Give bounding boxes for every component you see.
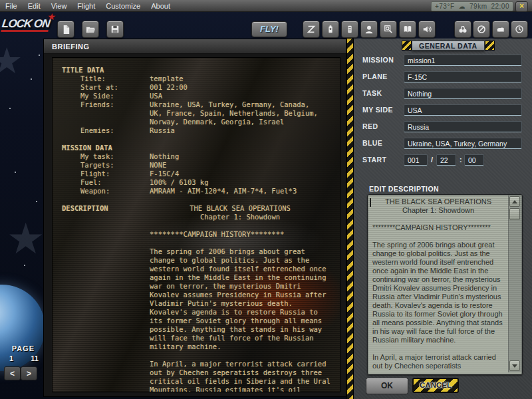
logo-star-icon: ★ [47,11,57,22]
search-button[interactable] [454,21,471,38]
start-day-value: 001 [404,155,427,164]
brief-label: Start at: [62,83,150,92]
plane-label: PLANE [362,72,388,80]
brief-label: Title: [62,74,150,83]
general-data-header: GENERAL DATA [402,41,495,51]
mission-editor-window: ★ ★ File Edit View Flight Customize Abou… [0,0,532,399]
star-dot [39,55,40,56]
prev-page-button[interactable]: < [4,366,21,380]
magnifier-icon [384,25,393,34]
chevron-down-icon [512,364,517,368]
description-body: THE BLACK SEA OPERATIONS Chapter 1: Show… [150,204,331,392]
hazard-chip-icon [485,41,495,51]
pilot-button[interactable] [360,21,378,38]
brief-label: Enemies: [62,126,150,135]
speaker-icon [422,25,432,34]
visibility-value: 79km [469,3,487,10]
task-field[interactable]: Nothing [404,88,522,99]
brief-label: Flight: [62,170,150,178]
page-label: PAGE [4,344,43,352]
book-icon [403,25,412,34]
red-field[interactable]: Russia [404,121,522,132]
fly-button[interactable]: FLY! [251,21,287,37]
next-page-button[interactable]: > [21,366,37,380]
scroll-down-button[interactable] [509,360,520,371]
mission-field[interactable]: mission1 [404,55,522,66]
cancel-button[interactable]: CANCEL [412,378,459,393]
brief-value: USA [150,92,331,100]
plane-value: F-15C [404,72,521,81]
start-minute-value: 00 [465,155,483,164]
scroll-up-button[interactable] [509,196,520,207]
start-day-field[interactable]: 001 [404,154,428,166]
page-total: 11 [31,354,39,362]
time-button[interactable] [511,21,528,38]
cloud-icon [496,25,505,34]
menu-edit[interactable]: Edit [28,2,41,10]
weather-button[interactable] [492,21,509,38]
cloud-glyph-icon: ☁ [459,3,466,10]
description-scrollbar[interactable] [508,196,521,372]
clock-icon [515,25,524,34]
general-data-title: GENERAL DATA [412,41,485,51]
brief-value: template [150,74,331,83]
lockon-logo: LOCK ON ★ [1,17,51,31]
text-cursor [370,198,371,207]
hazard-chip-icon [402,41,412,51]
plane-field[interactable]: F-15C [404,71,522,82]
campaign-title: THE BLACK SEA OPERATIONS [150,204,331,213]
open-mission-button[interactable] [82,21,99,38]
brief-label: My task: [62,152,150,161]
brief-value: Ukraine, USA, Turkey, Germany, Canada, U… [150,100,331,126]
pilot-head-icon [364,25,374,34]
start-label: START [362,156,386,164]
menu-about[interactable]: About [151,2,170,10]
status-readout: +73°F ☁ 79km 22:00 [431,1,513,11]
menu-file[interactable]: File [5,2,17,10]
mission-value: mission1 [404,55,521,65]
red-value: Russia [404,122,521,131]
restrictions-button[interactable] [473,21,490,38]
ok-button[interactable]: OK [366,378,408,394]
description-heading: DESCRIPTION [62,204,150,392]
blue-field[interactable]: Ukraine, USA, Turkey, Germany [404,138,522,149]
save-icon [110,25,120,34]
campaign-paragraph: The spring of 2006 brings about great ch… [150,247,331,351]
menu-view[interactable]: View [51,2,67,10]
star-dot [36,201,37,202]
temperature-value: +73°F [435,3,455,10]
new-mission-button[interactable] [57,21,74,38]
start-minute-field[interactable]: 00 [464,154,484,166]
payload-button[interactable] [322,21,339,38]
briefing-document: TITLE DATA Title:template Start at:001 2… [52,57,340,392]
briefing-z-button[interactable] [303,21,320,38]
mission-label: MISSION [362,56,394,64]
my-side-value: USA [404,105,521,114]
campaign-subtitle: Chapter 1: Showdown [150,213,331,221]
edit-paragraph: In April, a major terrorist attack carri… [372,353,504,370]
map-button[interactable] [399,21,416,38]
edit-title: THE BLACK SEA OPERATIONS [372,198,504,206]
description-textarea[interactable]: THE BLACK SEA OPERATIONS Chapter 1: Show… [367,194,523,375]
binoculars-icon [458,25,467,34]
edit-description-label: EDIT DESCRIPTION [369,185,439,193]
scroll-thumb[interactable] [509,208,520,220]
blue-value: Ukraine, USA, Turkey, Germany [404,138,521,148]
edit-banner: ********CAMPAIGN HISTORY******** [372,223,504,232]
view-options-button[interactable] [380,21,397,38]
campaign-banner: ********CAMPAIGN HISTORY******** [150,230,331,239]
sound-button[interactable] [418,21,436,38]
save-mission-button[interactable] [106,21,124,38]
menu-flight[interactable]: Flight [77,2,95,10]
briefing-text: TITLE DATA Title:template Start at:001 2… [62,66,331,392]
battery-lines-icon [345,25,354,34]
page-current: 1 [9,354,13,362]
start-hour-field[interactable]: 22 [436,154,456,166]
close-button[interactable]: × [515,1,528,12]
mission-data-heading: MISSION DATA [62,144,331,152]
campaign-paragraph: In April, a major terrorist attack carri… [150,360,331,392]
brief-label: Targets: [62,161,150,170]
menu-customize[interactable]: Customize [106,2,140,10]
my-side-field[interactable]: USA [404,104,522,116]
fuel-button[interactable] [341,21,358,38]
